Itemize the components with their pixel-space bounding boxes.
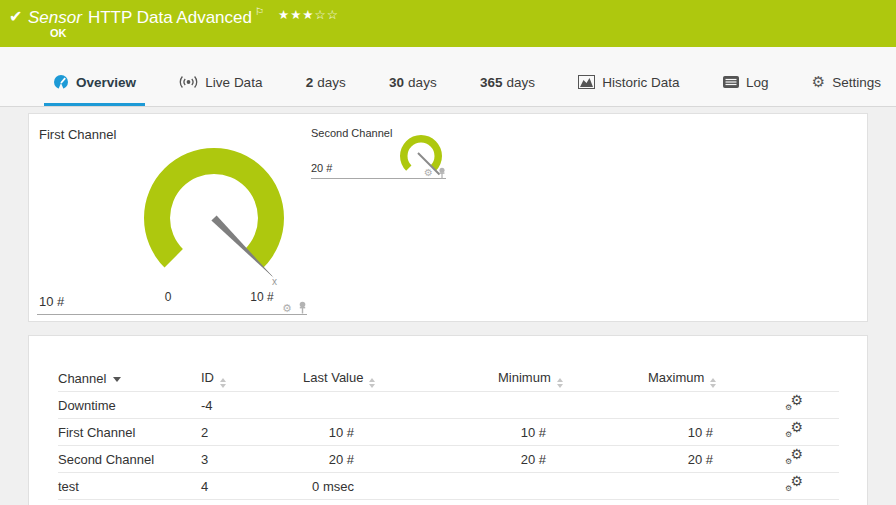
channel-settings-gears-icon[interactable]: ⚙⚙ — [785, 396, 803, 412]
sort-desc-icon — [113, 377, 121, 382]
tab-number: 2 — [306, 75, 314, 90]
sensor-status-header: ✔ SensorHTTP Data Advanced⚐★★★☆☆ OK — [0, 0, 896, 47]
cell-id: -4 — [201, 398, 303, 413]
channel-settings-gears-icon[interactable]: ⚙⚙ — [785, 450, 803, 466]
column-header-id[interactable]: ID — [201, 370, 303, 388]
tab-live-data[interactable]: Live Data — [170, 47, 271, 106]
second-channel-title: Second Channel — [311, 127, 392, 139]
channel-settings-gears-icon[interactable]: ⚙⚙ — [785, 477, 803, 493]
status-badge: OK — [50, 27, 67, 39]
tab-label: days — [408, 75, 437, 90]
channel-table-panel: Channel ID Last Value Minimum Maximum Do… — [28, 335, 868, 505]
cell-minimum: 20 # — [498, 452, 576, 467]
header-label: Last Value — [303, 370, 363, 385]
cell-maximum: 10 # — [648, 425, 726, 440]
gauge-pin-icon[interactable] — [297, 301, 308, 314]
gauges-panel: First Channel x 0 10 # 10 # ⚙ Second Cha… — [28, 113, 868, 322]
needle-tip-label: x — [272, 276, 277, 287]
tab-365-days[interactable]: 365days — [471, 47, 544, 106]
first-channel-gauge — [134, 144, 304, 294]
header-label: Channel — [58, 371, 106, 386]
tab-overview[interactable]: Overview — [44, 47, 145, 106]
sort-icon — [220, 378, 226, 388]
stars-filled: ★★★ — [278, 7, 315, 22]
tab-label: days — [317, 75, 346, 90]
tab-settings[interactable]: ⚙ Settings — [803, 47, 890, 106]
cell-id: 4 — [201, 479, 303, 494]
gauge-icon — [53, 74, 69, 90]
gear-icon: ⚙ — [812, 75, 825, 90]
sort-icon — [369, 378, 375, 388]
gauge-scale-min: 0 — [160, 290, 176, 304]
sensor-title-line: SensorHTTP Data Advanced⚐★★★☆☆ — [28, 6, 339, 28]
cell-channel: First Channel — [58, 425, 201, 440]
cell-minimum: 10 # — [498, 425, 576, 440]
cell-channel: test — [58, 479, 201, 494]
column-header-channel[interactable]: Channel — [58, 371, 201, 386]
sensor-type-label: Sensor — [28, 8, 82, 27]
table-row-first-channel[interactable]: First Channel 2 10 # 10 # 10 # ⚙⚙ — [58, 419, 839, 446]
column-header-maximum[interactable]: Maximum — [648, 370, 726, 388]
tab-log[interactable]: Log — [714, 47, 778, 106]
column-header-minimum[interactable]: Minimum — [498, 370, 576, 388]
second-channel-value: 20 # — [311, 162, 332, 174]
area-chart-icon — [578, 75, 595, 89]
gauge-divider — [37, 314, 307, 315]
cell-channel: Downtime — [58, 398, 201, 413]
check-icon: ✔ — [9, 7, 22, 26]
gauge-gear-icon[interactable]: ⚙ — [282, 303, 292, 314]
tab-bar: Overview Live Data 2days 30days 365days … — [0, 47, 896, 107]
tab-label: days — [506, 75, 535, 90]
page-title: HTTP Data Advanced — [88, 8, 252, 27]
tab-number: 365 — [480, 75, 503, 90]
cell-channel: Second Channel — [58, 452, 201, 467]
tab-30-days[interactable]: 30days — [380, 47, 446, 106]
cell-id: 2 — [201, 425, 303, 440]
tab-label: Historic Data — [602, 75, 679, 90]
cell-last-value: 10 # — [303, 425, 381, 440]
table-row-second-channel[interactable]: Second Channel 3 20 # 20 # 20 # ⚙⚙ — [58, 446, 839, 473]
broadcast-icon — [179, 75, 198, 89]
stars-empty: ☆☆ — [315, 7, 339, 22]
tab-number: 30 — [389, 75, 404, 90]
channel-settings-gears-icon[interactable]: ⚙⚙ — [785, 423, 803, 439]
gauge-pin-icon[interactable] — [437, 167, 447, 179]
header-label: Minimum — [498, 370, 551, 385]
tab-label: Overview — [76, 75, 136, 90]
sort-icon — [710, 378, 716, 388]
gauge-scale-max: 10 # — [241, 290, 283, 304]
gauge-gear-icon[interactable]: ⚙ — [424, 168, 433, 178]
column-header-last-value[interactable]: Last Value — [303, 370, 381, 388]
flag-icon[interactable]: ⚐ — [255, 6, 264, 17]
cell-last-value: 20 # — [303, 452, 381, 467]
tab-label: Live Data — [205, 75, 262, 90]
cell-last-value: 0 msec — [303, 479, 381, 494]
tab-label: Settings — [832, 75, 881, 90]
table-header-row: Channel ID Last Value Minimum Maximum — [58, 366, 839, 392]
log-list-icon — [723, 76, 739, 88]
gauge-divider — [311, 178, 446, 179]
cell-id: 3 — [201, 452, 303, 467]
table-row-downtime[interactable]: Downtime -4 ⚙⚙ — [58, 392, 839, 419]
table-row-test[interactable]: test 4 0 msec ⚙⚙ — [58, 473, 839, 500]
tab-label: Log — [746, 75, 769, 90]
priority-star-rating[interactable]: ★★★☆☆ — [278, 7, 339, 22]
tab-historic-data[interactable]: Historic Data — [569, 47, 688, 106]
tab-2-days[interactable]: 2days — [297, 47, 355, 106]
first-channel-title: First Channel — [39, 127, 116, 142]
sort-icon — [557, 378, 563, 388]
header-label: ID — [201, 370, 214, 385]
cell-maximum: 20 # — [648, 452, 726, 467]
first-channel-value: 10 # — [39, 294, 64, 309]
header-label: Maximum — [648, 370, 704, 385]
